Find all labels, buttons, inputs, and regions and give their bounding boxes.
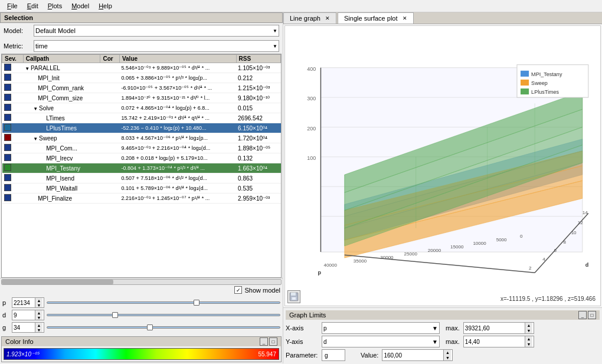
rss-cell: 2696.542 (236, 113, 280, 123)
cor-cell (100, 173, 119, 183)
slider-d-spinner[interactable]: ▲ ▼ (35, 310, 42, 320)
color-info-header: Color Info _ □ (2, 337, 281, 346)
value-cell: 0.208 + 0.018 * log₂(p) + 5.179×10... (119, 153, 236, 163)
table-row[interactable]: ▶LPlusTimes -52.236 − 0.410 * log₂(p) + … (2, 123, 281, 133)
metric-row: Metric: time ▼ (0, 38, 283, 54)
sev-cell (2, 93, 24, 103)
table-row[interactable]: ▶MPI_Irecv 0.208 + 0.018 * log₂(p) + 5.1… (2, 153, 281, 163)
y-max-value[interactable]: 14,40 ▲ ▼ (463, 336, 534, 347)
y-max-up[interactable]: ▲ (525, 336, 532, 342)
model-dropdown[interactable]: Default Model ▼ (34, 25, 279, 37)
table-row[interactable]: ▼Sweep 8.033 + 4.567×10⁻⁰⁶ * p¹/⁴ * log₂… (2, 133, 281, 143)
value-cell: 15.742 + 2.419×10⁻⁰³ * d³/⁴ * q³/⁴ * ... (119, 113, 236, 123)
callpath-cell: ▶MPI_Waitall (23, 183, 100, 194)
col-sev: Sev. (2, 55, 24, 63)
slider-p-track[interactable] (47, 301, 280, 304)
cor-cell (100, 93, 119, 103)
menu-help[interactable]: Help (94, 1, 117, 11)
tab-surface-plot-label: Single surface plot (344, 15, 398, 22)
show-model-checkbox[interactable]: ✓ (234, 286, 242, 294)
graph-limits-controls[interactable]: _ □ (578, 311, 596, 319)
sev-cell (2, 173, 24, 183)
value-value[interactable]: 160,00 ▲ ▼ (382, 349, 453, 361)
callpath-cell: ▶MPI_Isend (23, 173, 100, 183)
table-row[interactable]: ▶MPI_Init 0.065 + 3.886×10⁻⁰⁵ * p¹/³ * l… (2, 73, 281, 83)
tree-table[interactable]: Sev. Callpath Cor Value RSS ▼PARALLEL 5.… (1, 54, 282, 278)
sev-cell (2, 163, 24, 173)
color-info-minimize[interactable]: _ (260, 337, 268, 346)
color-info-controls[interactable]: _ □ (260, 337, 277, 346)
col-rss: RSS (236, 55, 280, 63)
param-row: Parameter: g Value: 160,00 ▲ ▼ (286, 349, 600, 361)
graph-limits-minimize[interactable]: _ (578, 311, 587, 319)
tab-line-graph[interactable]: Line graph ✕ (283, 12, 336, 24)
tab-surface-plot[interactable]: Single surface plot ✕ (338, 12, 414, 24)
color-info-maximize[interactable]: □ (269, 337, 277, 346)
menu-file[interactable]: File (2, 1, 22, 11)
spin-g-down[interactable]: ▼ (35, 327, 42, 332)
y-max-down[interactable]: ▼ (525, 342, 532, 347)
h-scrollbar[interactable] (0, 278, 283, 285)
cor-cell (100, 163, 119, 173)
save-icon (289, 292, 299, 301)
spin-d-up[interactable]: ▲ (35, 310, 42, 315)
x-axis-dropdown[interactable]: p ▼ (322, 322, 440, 334)
color-gradient: 1.923×10⁻⁰⁵ 55.947 (4, 348, 279, 360)
x-max-value[interactable]: 39321,60 ▲ ▼ (463, 322, 534, 334)
tab-surface-plot-close[interactable]: ✕ (403, 15, 407, 21)
tab-line-graph-close[interactable]: ✕ (325, 15, 330, 21)
col-value: Value (119, 55, 236, 63)
x-max-up[interactable]: ▲ (525, 323, 532, 328)
value-down[interactable]: ▼ (444, 355, 451, 360)
table-row[interactable]: ▼PARALLEL 5.546×10⁻⁰³ + 9.889×10⁻⁰⁵ * d³… (2, 63, 281, 73)
cor-cell (100, 103, 119, 113)
table-row[interactable]: ▶MPI_Isend 0.507 + 7.518×10⁻⁰⁶ * d¹/² * … (2, 173, 281, 183)
cor-cell (100, 133, 119, 143)
rss-cell: 1.898×10⁻⁰⁵ (236, 143, 280, 153)
svg-rect-49 (521, 71, 529, 77)
callpath-cell: ▶MPI_Irecv (23, 153, 100, 163)
svg-text:400: 400 (307, 66, 316, 72)
metric-dropdown[interactable]: time ▼ (34, 40, 279, 52)
menu-plots[interactable]: Plots (43, 1, 67, 11)
slider-d-thumb[interactable] (112, 312, 118, 318)
table-row[interactable]: ▶MPI_Testany -0.804 + 1.373×10⁻⁰⁴ * p¹/³… (2, 163, 281, 173)
table-row[interactable]: ▶MPI_Waitall 0.101 + 5.789×10⁻⁰⁶ * d³/⁴ … (2, 183, 281, 194)
slider-g-spinner[interactable]: ▲ ▼ (35, 323, 42, 332)
table-row[interactable]: ▶LTimes 15.742 + 2.419×10⁻⁰³ * d³/⁴ * q³… (2, 113, 281, 123)
slider-g-thumb[interactable] (147, 324, 153, 330)
spin-g-up[interactable]: ▲ (35, 323, 42, 327)
spin-d-down[interactable]: ▼ (35, 315, 42, 320)
slider-p-value[interactable]: 22134 ▲ ▼ (12, 297, 44, 308)
slider-g-track[interactable] (47, 326, 280, 329)
table-row[interactable]: ▶MPI_Comm_size 1.894×10⁻²⁰ + 9.315×10⁻²¹… (2, 93, 281, 103)
graph-limits: Graph Limits _ □ X-axis p ▼ max. 39321,6… (283, 307, 602, 363)
value-cell: 0.507 + 7.518×10⁻⁰⁶ * d¹/² * log₂(d... (119, 173, 236, 183)
value-cell: 9.465×10⁻⁰³ + 2.216×10⁻⁰⁴ * log₂(d... (119, 143, 236, 153)
slider-d-track[interactable] (47, 314, 280, 316)
y-axis-dropdown[interactable]: d ▼ (322, 336, 440, 347)
save-button[interactable] (287, 290, 300, 303)
value-cell: 5.546×10⁻⁰³ + 9.889×10⁻⁰⁵ * d³/⁴ * ... (119, 63, 236, 73)
menu-edit[interactable]: Edit (22, 1, 43, 11)
table-row[interactable]: ▶MPI_Comm_rank -6.910×10⁻⁰⁵ + 3.567×10⁻⁰… (2, 83, 281, 93)
svg-text:d: d (585, 262, 589, 268)
table-row[interactable]: ▼Solve 0.072 + 4.865×10⁻⁰⁴ * log₂(p) + 6… (2, 103, 281, 113)
slider-g-value[interactable]: 34 ▲ ▼ (12, 322, 44, 333)
spin-p-up[interactable]: ▲ (35, 298, 42, 303)
table-row[interactable]: ▶MPI_Finalize 2.216×10⁻⁰³ + 1.245×10⁻⁰⁷ … (2, 194, 281, 204)
scrollbar-track[interactable] (1, 279, 282, 285)
graph-limits-maximize[interactable]: □ (588, 311, 596, 319)
slider-d-value[interactable]: 9 ▲ ▼ (12, 310, 44, 320)
spin-p-down[interactable]: ▼ (35, 303, 42, 307)
slider-p-thumb[interactable] (194, 300, 199, 306)
slider-p-row: p 22134 ▲ ▼ (2, 297, 280, 308)
menu-model[interactable]: Model (67, 1, 94, 11)
value-cell: 0.101 + 5.789×10⁻⁰⁶ * d³/⁴ * log₂(d... (119, 183, 236, 194)
x-max-down[interactable]: ▼ (525, 328, 532, 333)
table-row[interactable]: ▶MPI_Com... 9.465×10⁻⁰³ + 2.216×10⁻⁰⁴ * … (2, 143, 281, 153)
value-up[interactable]: ▲ (444, 350, 451, 355)
scrollbar-thumb[interactable] (2, 280, 113, 284)
slider-d-row: d 9 ▲ ▼ (2, 310, 280, 320)
slider-p-spinner[interactable]: ▲ ▼ (35, 298, 42, 307)
